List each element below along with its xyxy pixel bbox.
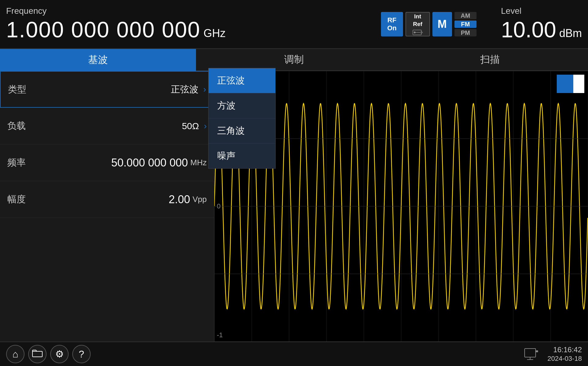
tab-saomiao[interactable]: 扫描 xyxy=(392,49,588,71)
help-button[interactable]: ? xyxy=(72,345,91,363)
footer-time: 16:16:42 xyxy=(553,345,582,354)
svg-rect-12 xyxy=(536,350,538,352)
param-type-value: 正弦波 › xyxy=(171,83,206,96)
folder-icon xyxy=(32,349,43,360)
level-section: Level 10.00 dBm xyxy=(483,0,582,48)
int-ref-line2: Ref xyxy=(413,21,422,28)
svg-line-4 xyxy=(421,32,423,34)
param-freq-unit: MHz xyxy=(190,158,207,167)
folder-button[interactable] xyxy=(28,345,47,363)
param-freq-num: 50.000 000 000 xyxy=(111,156,188,169)
footer: ⌂ ⚙ ? 16:16:42 2024-03-18 xyxy=(0,342,588,366)
level-unit: dBm xyxy=(559,27,582,42)
header: Frequency 1.000 000 000 000 GHz RF On In… xyxy=(0,0,588,49)
tab-bar: 基波 调制 扫描 xyxy=(0,49,588,71)
left-panel: 类型 正弦波 › 负载 50Ω › 频率 50.000 000 000 MHz … xyxy=(0,71,214,342)
header-controls: RF On Int Ref M AM FM PM xyxy=(375,0,483,48)
level-value[interactable]: 10.00 xyxy=(501,17,556,42)
am-button[interactable]: AM xyxy=(454,12,477,19)
param-amp-value: 2.00 Vpp xyxy=(169,193,207,206)
param-row-frequency[interactable]: 频率 50.000 000 000 MHz xyxy=(0,144,214,181)
param-load-chevron: › xyxy=(204,121,207,131)
m-label: M xyxy=(438,18,447,31)
home-button[interactable]: ⌂ xyxy=(6,345,24,363)
param-type-chevron: › xyxy=(203,84,206,94)
modulation-buttons: AM FM PM xyxy=(454,12,477,36)
int-ref-line1: Int xyxy=(414,13,421,21)
int-ref-icon xyxy=(412,29,423,35)
settings-icon: ⚙ xyxy=(55,348,64,360)
svg-point-1 xyxy=(414,32,416,33)
svg-line-3 xyxy=(421,31,423,32)
param-load-value: 50Ω › xyxy=(182,121,207,131)
param-type-label: 类型 xyxy=(8,83,26,96)
svg-rect-8 xyxy=(32,351,42,357)
param-load-label: 负载 xyxy=(7,120,26,132)
frequency-unit: GHz xyxy=(204,27,226,42)
screen-icon xyxy=(524,348,539,360)
home-icon: ⌂ xyxy=(12,349,18,360)
pm-button[interactable]: PM xyxy=(454,29,477,36)
dropdown-item-square[interactable]: 方波 xyxy=(209,93,275,118)
tab-jibo[interactable]: 基波 xyxy=(0,49,196,71)
type-dropdown: 正弦波 方波 三角波 噪声 xyxy=(208,68,276,169)
param-freq-label: 频率 xyxy=(7,156,26,169)
tab-tiaozhi-label: 调制 xyxy=(284,53,304,66)
frequency-value[interactable]: 1.000 000 000 000 xyxy=(6,17,201,42)
rf-line1: RF xyxy=(387,16,396,24)
svg-rect-9 xyxy=(525,349,536,357)
tab-jibo-label: 基波 xyxy=(88,53,108,67)
tab-saomiao-label: 扫描 xyxy=(480,53,500,66)
dropdown-sine-label: 正弦波 xyxy=(217,75,245,85)
frequency-label: Frequency xyxy=(6,6,375,16)
param-row-type[interactable]: 类型 正弦波 › xyxy=(0,71,214,108)
dropdown-item-sine[interactable]: 正弦波 xyxy=(209,68,275,93)
param-amp-label: 幅度 xyxy=(7,193,26,206)
dropdown-noise-label: 噪声 xyxy=(217,151,236,161)
param-row-load[interactable]: 负载 50Ω › xyxy=(0,108,214,144)
param-amp-num: 2.00 xyxy=(169,193,190,206)
rf-line2: On xyxy=(387,24,397,32)
param-type-val: 正弦波 xyxy=(171,83,198,96)
param-load-val: 50Ω xyxy=(182,121,199,131)
footer-datetime: 16:16:42 2024-03-18 xyxy=(547,345,582,363)
main-content: 类型 正弦波 › 负载 50Ω › 频率 50.000 000 000 MHz … xyxy=(0,71,588,342)
dropdown-item-noise[interactable]: 噪声 xyxy=(209,144,275,168)
dropdown-item-triangle[interactable]: 三角波 xyxy=(209,118,275,144)
footer-date: 2024-03-18 xyxy=(547,355,582,363)
rf-on-button[interactable]: RF On xyxy=(381,12,403,36)
help-icon: ? xyxy=(79,349,84,360)
param-row-amplitude[interactable]: 幅度 2.00 Vpp xyxy=(0,181,214,218)
dropdown-square-label: 方波 xyxy=(217,100,236,110)
m-button[interactable]: M xyxy=(432,12,452,36)
fm-button[interactable]: FM xyxy=(454,21,477,28)
int-ref-button[interactable]: Int Ref xyxy=(405,12,430,36)
param-freq-value: 50.000 000 000 MHz xyxy=(111,156,207,169)
settings-button[interactable]: ⚙ xyxy=(50,345,69,363)
frequency-section: Frequency 1.000 000 000 000 GHz xyxy=(6,0,375,48)
param-amp-unit: Vpp xyxy=(193,195,207,204)
dropdown-triangle-label: 三角波 xyxy=(217,125,245,136)
level-label: Level xyxy=(501,6,522,16)
